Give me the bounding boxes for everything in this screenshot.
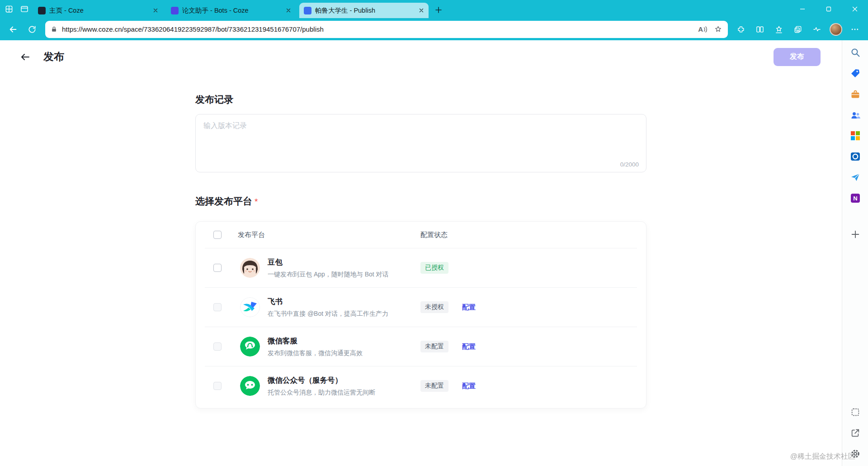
platform-icon (240, 376, 260, 396)
wechat-mp-icon (240, 376, 260, 396)
platform-desc: 发布到微信客服，微信沟通更高效 (268, 349, 420, 357)
tab-close-icon[interactable] (153, 8, 158, 13)
new-tab-button[interactable] (432, 4, 445, 16)
platform-icon (240, 297, 260, 317)
sidebar-people-button[interactable] (849, 109, 861, 121)
maximize-icon (826, 6, 831, 12)
status-badge: 未配置 (420, 341, 448, 352)
column-platform: 发布平台 (238, 231, 420, 239)
platform-icon (240, 337, 260, 357)
maximize-button[interactable] (816, 0, 842, 18)
sidebar-drop-button[interactable] (849, 171, 861, 183)
publish-record-heading: 发布记录 (195, 93, 646, 106)
plus-icon (850, 229, 860, 239)
platform-name: 飞书 (268, 297, 420, 307)
required-mark: * (255, 197, 258, 207)
web-capture-icon (850, 407, 860, 417)
status-badge: 已授权 (420, 262, 448, 274)
split-screen-button[interactable] (751, 21, 769, 38)
tab-title: 主页 - Coze (49, 6, 149, 15)
page-main: 发布 发布 发布记录 0/2000 选择发布平台 * 发布平台 配置状态 (0, 40, 842, 466)
svg-text:N: N (853, 195, 857, 202)
url-text[interactable]: https://www.coze.cn/space/73362064192235… (62, 25, 693, 33)
back-icon (8, 24, 18, 34)
tab-actions-icon[interactable] (20, 5, 29, 14)
profile-avatar (830, 23, 842, 36)
platform-row: 微信公众号（服务号） 托管公众号消息，助力微信运营无间断 未配置 配置 (196, 366, 646, 405)
row-checkbox[interactable] (213, 264, 222, 272)
platform-row: 豆包 一键发布到豆包 App，随时随地与 Bot 对话 已授权 (196, 248, 646, 287)
search-icon (850, 47, 861, 58)
column-status: 配置状态 (420, 231, 646, 239)
publish-button[interactable]: 发布 (774, 48, 821, 66)
sidebar-shopping-button[interactable] (849, 67, 861, 79)
edge-sidebar: N (842, 40, 868, 466)
plus-icon (435, 6, 442, 14)
platform-section-heading: 选择发布平台 (195, 195, 252, 208)
minimize-button[interactable] (789, 0, 816, 18)
favorites-icon (774, 25, 783, 34)
tab-title: 帕鲁大学生 - Publish (315, 6, 415, 15)
address-bar[interactable]: https://www.coze.cn/space/73362064192235… (45, 21, 728, 38)
shopping-icon (850, 68, 861, 79)
refresh-button[interactable] (24, 21, 41, 38)
sidebar-web-capture-button[interactable] (849, 406, 861, 418)
browser-tab[interactable]: 帕鲁大学生 - Publish (299, 3, 429, 18)
close-window-button[interactable] (842, 0, 868, 18)
sidebar-onenote-button[interactable]: N (849, 192, 861, 204)
platform-desc: 在飞书中直接 @Bot 对话，提高工作生产力 (268, 310, 420, 318)
select-all-checkbox[interactable] (213, 231, 222, 239)
page-header: 发布 发布 (0, 40, 842, 73)
page-back-button[interactable] (19, 51, 32, 63)
row-checkbox[interactable] (213, 342, 222, 351)
lock-icon (51, 26, 57, 33)
open-external-icon (850, 428, 860, 438)
tab-favicon (171, 7, 179, 14)
configure-link[interactable]: 配置 (462, 382, 476, 390)
row-checkbox[interactable] (213, 303, 222, 311)
char-counter: 0/2000 (620, 161, 639, 168)
sidebar-outlook-button[interactable] (849, 151, 861, 162)
platform-desc: 一键发布到豆包 App，随时随地与 Bot 对话 (268, 271, 420, 279)
outlook-icon (850, 151, 861, 162)
sidebar-tools-button[interactable] (849, 88, 861, 100)
browser-tab[interactable]: 主页 - Coze (33, 3, 163, 18)
configure-link[interactable]: 配置 (462, 303, 476, 311)
row-checkbox[interactable] (213, 382, 222, 390)
tab-close-icon[interactable] (286, 8, 291, 13)
page-title: 发布 (43, 50, 64, 64)
sidebar-open-external-button[interactable] (849, 427, 861, 439)
back-arrow-icon (20, 52, 31, 62)
profile-button[interactable] (827, 21, 844, 38)
tab-favicon (38, 7, 46, 14)
collections-button[interactable] (789, 21, 807, 38)
platform-icon (240, 258, 260, 278)
favorites-button[interactable] (770, 21, 788, 38)
platform-row: 飞书 在飞书中直接 @Bot 对话，提高工作生产力 未授权 配置 (196, 288, 646, 327)
workspaces-icon[interactable] (5, 5, 14, 14)
tab-close-icon[interactable] (419, 8, 424, 13)
bookmark-star-icon[interactable] (714, 25, 722, 33)
sidebar-search-button[interactable] (849, 47, 861, 58)
version-record-box: 0/2000 (195, 114, 646, 172)
back-button[interactable] (5, 21, 22, 38)
people-icon (850, 109, 861, 120)
browser-navbar: https://www.coze.cn/space/73362064192235… (0, 18, 868, 40)
settings-menu-button[interactable] (846, 21, 863, 38)
version-record-input[interactable] (196, 114, 646, 160)
status-badge: 未授权 (420, 301, 448, 313)
extensions-button[interactable] (732, 21, 750, 38)
extensions-icon (736, 25, 745, 34)
configure-link[interactable]: 配置 (462, 342, 476, 350)
platform-name: 微信客服 (268, 336, 420, 346)
sidebar-m365-button[interactable] (849, 130, 861, 142)
doubao-avatar-icon (240, 258, 260, 278)
read-aloud-icon[interactable]: A (698, 25, 708, 33)
browser-essentials-button[interactable] (808, 21, 826, 38)
browser-tab[interactable]: 论文助手 - Bots - Coze (166, 3, 296, 18)
split-screen-icon (755, 25, 764, 34)
sidebar-add-button[interactable] (849, 228, 861, 240)
tab-favicon (304, 7, 311, 14)
platform-row: 微信客服 发布到微信客服，微信沟通更高效 未配置 配置 (196, 327, 646, 366)
wechat-kf-icon (240, 337, 260, 357)
